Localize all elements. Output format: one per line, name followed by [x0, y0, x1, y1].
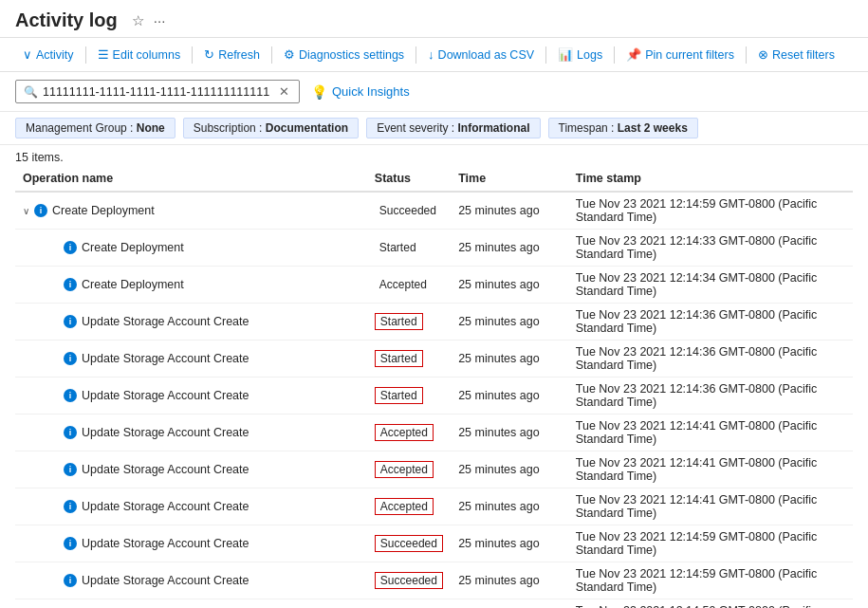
info-icon: i [64, 426, 77, 439]
table-row[interactable]: iUpdate Storage Account CreateSucceeded2… [15, 525, 853, 562]
table-row[interactable]: iUpdate Storage Account CreateSucceeded2… [15, 599, 853, 609]
cell-status: Succeeded [367, 192, 451, 230]
cell-timestamp: Tue Nov 23 2021 12:14:41 GMT-0800 (Pacif… [568, 451, 853, 488]
cell-timestamp: Tue Nov 23 2021 12:14:36 GMT-0800 (Pacif… [568, 304, 853, 341]
operation-name-text: Create Deployment [82, 278, 184, 291]
cell-status: Succeeded [367, 562, 451, 599]
col-header-operation: Operation name [15, 166, 367, 192]
operation-name-text: Update Storage Account Create [82, 426, 249, 439]
table-row[interactable]: iUpdate Storage Account CreateStarted25 … [15, 341, 853, 378]
refresh-button[interactable]: ↻ Refresh [196, 44, 268, 65]
table-row[interactable]: iUpdate Storage Account CreateStarted25 … [15, 378, 853, 415]
page-title: Activity log [15, 9, 118, 31]
cell-operation: iCreate Deployment [15, 230, 367, 267]
cell-time: 25 minutes ago [451, 415, 568, 451]
status-badge: Accepted [375, 424, 434, 441]
cell-status: Started [367, 304, 451, 341]
search-clear-button[interactable]: ✕ [277, 84, 291, 99]
table-row[interactable]: ∨iCreate DeploymentSucceeded25 minutes a… [15, 192, 853, 230]
logs-button[interactable]: 📊 Logs [550, 44, 610, 65]
cell-operation: iUpdate Storage Account Create [15, 378, 367, 415]
download-csv-button[interactable]: ↓ Download as CSV [420, 44, 542, 65]
expand-button[interactable]: ∨ [23, 206, 29, 216]
logs-icon: 📊 [558, 47, 573, 62]
toolbar-separator-2 [192, 46, 193, 64]
cell-operation: iUpdate Storage Account Create [15, 488, 367, 525]
toolbar-separator-4 [416, 46, 416, 64]
operation-name-text: Update Storage Account Create [82, 537, 249, 550]
operation-name-text: Update Storage Account Create [82, 463, 249, 476]
columns-icon: ☰ [98, 47, 109, 62]
info-icon: i [64, 315, 77, 328]
cell-timestamp: Tue Nov 23 2021 12:14:59 GMT-0800 (Pacif… [568, 525, 853, 562]
cell-time: 25 minutes ago [451, 378, 568, 415]
cell-operation: iUpdate Storage Account Create [15, 304, 367, 341]
quick-insights-button[interactable]: 💡 Quick Insights [311, 84, 410, 100]
filter-management-group[interactable]: Management Group : None [15, 118, 175, 138]
filter-event-severity[interactable]: Event severity : Informational [366, 118, 540, 138]
info-icon: i [64, 278, 77, 291]
cell-time: 25 minutes ago [451, 304, 568, 341]
cell-status: Succeeded [367, 525, 451, 562]
cell-time: 25 minutes ago [451, 451, 568, 488]
more-options-icon[interactable]: ··· [149, 10, 171, 30]
cell-status: Accepted [367, 488, 451, 525]
operation-name-text: Update Storage Account Create [82, 352, 249, 365]
activity-icon: ∨ [23, 47, 32, 62]
table-area: Operation name Status Time Time stamp ∨i… [0, 166, 868, 608]
status-badge: Started [375, 350, 423, 367]
cell-time: 25 minutes ago [451, 230, 568, 267]
table-body: ∨iCreate DeploymentSucceeded25 minutes a… [15, 192, 853, 608]
cell-operation: iUpdate Storage Account Create [15, 525, 367, 562]
status-badge: Succeeded [375, 535, 443, 552]
info-icon: i [64, 389, 77, 402]
cell-timestamp: Tue Nov 23 2021 12:14:36 GMT-0800 (Pacif… [568, 341, 853, 378]
toolbar-separator-5 [545, 46, 546, 64]
filter-timespan[interactable]: Timespan : Last 2 weeks [548, 118, 698, 138]
pin-filters-button[interactable]: 📌 Pin current filters [619, 44, 742, 65]
operation-name-text: Create Deployment [82, 241, 184, 254]
table-row[interactable]: iCreate DeploymentStarted25 minutes agoT… [15, 230, 853, 267]
title-bar: Activity log ☆ ··· [0, 0, 868, 38]
operation-name-text: Update Storage Account Create [82, 315, 249, 328]
cell-time: 25 minutes ago [451, 562, 568, 599]
cell-timestamp: Tue Nov 23 2021 12:14:59 GMT-0800 (Pacif… [568, 562, 853, 599]
table-row[interactable]: iCreate DeploymentAccepted25 minutes ago… [15, 267, 853, 304]
edit-columns-button[interactable]: ☰ Edit columns [90, 44, 189, 65]
cell-timestamp: Tue Nov 23 2021 12:14:59 GMT-0800 (Pacif… [568, 599, 853, 609]
table-row[interactable]: iUpdate Storage Account CreateAccepted25… [15, 488, 853, 525]
table-row[interactable]: iUpdate Storage Account CreateStarted25 … [15, 304, 853, 341]
cell-operation: iCreate Deployment [15, 267, 367, 304]
info-icon: i [34, 204, 47, 217]
search-input[interactable] [43, 85, 277, 99]
reset-filters-button[interactable]: ⊗ Reset filters [750, 44, 842, 65]
toolbar-separator [85, 46, 86, 64]
toolbar-separator-6 [614, 46, 615, 64]
activity-button[interactable]: ∨ Activity [15, 44, 82, 65]
toolbar-separator-3 [271, 46, 272, 64]
operation-name-text: Update Storage Account Create [82, 500, 249, 513]
cell-status: Started [367, 341, 451, 378]
cell-timestamp: Tue Nov 23 2021 12:14:59 GMT-0800 (Pacif… [568, 192, 853, 230]
info-icon: i [64, 241, 77, 254]
favorite-icon[interactable]: ☆ [127, 10, 149, 31]
diagnostics-button[interactable]: ⚙ Diagnostics settings [276, 44, 412, 65]
pin-icon: 📌 [626, 47, 641, 62]
cell-time: 25 minutes ago [451, 525, 568, 562]
operation-name-text: Update Storage Account Create [82, 389, 249, 402]
table-row[interactable]: iUpdate Storage Account CreateAccepted25… [15, 451, 853, 488]
cell-status: Accepted [367, 451, 451, 488]
cell-status: Succeeded [367, 599, 451, 609]
search-box-container: 🔍 ✕ [15, 80, 300, 103]
col-header-time: Time [451, 166, 568, 192]
info-icon: i [64, 352, 77, 365]
filters-bar: Management Group : None Subscription : D… [0, 112, 868, 145]
status-badge: Accepted [375, 277, 432, 292]
filter-subscription[interactable]: Subscription : Documentation [183, 118, 359, 138]
cell-time: 25 minutes ago [451, 341, 568, 378]
table-row[interactable]: iUpdate Storage Account CreateSucceeded2… [15, 562, 853, 599]
operation-name-text: Update Storage Account Create [82, 574, 249, 587]
cell-time: 25 minutes ago [451, 599, 568, 609]
search-bar: 🔍 ✕ 💡 Quick Insights [0, 72, 868, 112]
table-row[interactable]: iUpdate Storage Account CreateAccepted25… [15, 415, 853, 451]
